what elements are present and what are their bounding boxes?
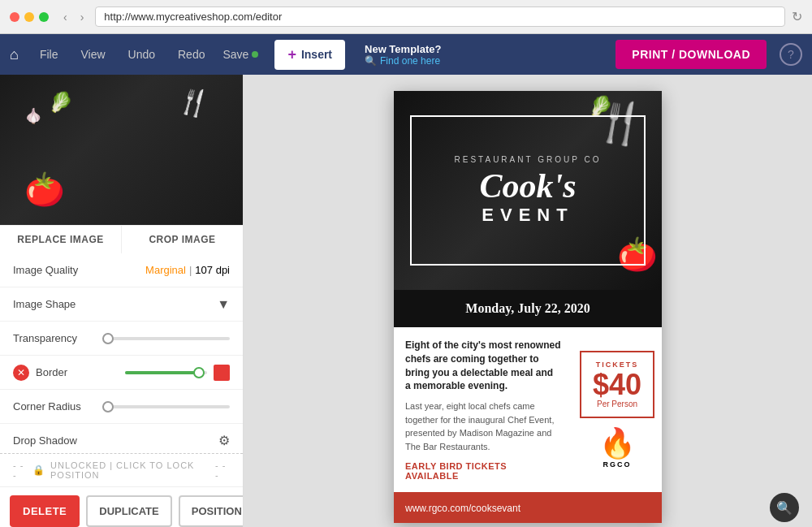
forward-button[interactable]: › — [76, 9, 89, 25]
action-buttons: DELETE DUPLICATE POSITION — [0, 486, 243, 527]
image-shape-dropdown[interactable]: ▼ — [217, 297, 230, 312]
flyer-desc: Last year, eight local chefs came togeth… — [405, 400, 561, 453]
insert-label: Insert — [301, 48, 332, 61]
new-template-promo: New Template? 🔍 Find one here — [365, 43, 441, 67]
flyer-company: RESTAURANT GROUP CO — [455, 155, 602, 164]
flyer-body-right: TICKETS $40 Per Person 🔥 RGCO — [572, 327, 662, 492]
corner-radius-track[interactable] — [102, 405, 230, 408]
drop-shadow-settings-icon[interactable]: ⚙ — [218, 433, 230, 448]
find-link-text: Find one here — [380, 55, 440, 67]
corner-radius-row: Corner Radius — [0, 390, 243, 424]
new-template-title: New Template? — [365, 43, 441, 55]
drop-shadow-label: Drop Shadow — [13, 434, 102, 447]
flyer-cta: EARLY BIRD TICKETS AVAILABLE — [405, 461, 561, 481]
url-prefix: http:// — [104, 11, 131, 23]
lock-label: UNLOCKED | CLICK TO LOCK POSITION — [50, 460, 210, 480]
flyer-body-left: Eight of the city's most renowned chefs … — [394, 327, 572, 492]
flyer-title-line2: EVENT — [455, 205, 602, 226]
tickets-per: Per Person — [593, 400, 641, 408]
border-thumb[interactable] — [193, 367, 205, 378]
image-quality-dpi: 107 dpi — [195, 264, 230, 276]
ticket-box: TICKETS $40 Per Person — [580, 351, 654, 418]
image-shape-label: Image Shape — [13, 298, 102, 310]
main-toolbar: ⌂ File View Undo Redo Save + Insert New … — [0, 34, 812, 75]
position-button[interactable]: POSITION — [179, 495, 244, 527]
file-menu[interactable]: File — [32, 43, 67, 66]
print-download-button[interactable]: PRINT / DOWNLOAD — [615, 40, 767, 69]
transparency-slider[interactable] — [102, 337, 230, 340]
garlic-decoration: 🧄 — [24, 107, 42, 125]
tickets-price: $40 — [593, 370, 641, 400]
save-button[interactable]: Save — [219, 43, 261, 66]
transparency-row: Transparency — [0, 322, 243, 356]
delete-button[interactable]: DELETE — [10, 495, 80, 527]
save-indicator — [252, 51, 258, 58]
lock-icon: 🔒 — [32, 464, 45, 476]
image-shape-row: Image Shape ▼ — [0, 287, 243, 322]
hero-tomatoes-icon: 🍅 — [617, 235, 658, 274]
transparency-track[interactable] — [102, 337, 230, 340]
fork-decoration: 🍴 — [175, 83, 214, 121]
url-text: www.mycreativeshop.com/editor — [131, 11, 282, 23]
flyer-footer: www.rgco.com/cooksevant — [394, 492, 662, 523]
image-preview: 🥬 🍴 🧄 🍅 — [0, 75, 243, 225]
greens-decoration: 🥬 — [49, 91, 73, 114]
corner-radius-slider[interactable] — [102, 405, 230, 408]
flyer-body: Eight of the city's most renowned chefs … — [394, 327, 662, 492]
crop-image-button[interactable]: CROP IMAGE — [122, 226, 243, 253]
browser-nav: ‹ › — [58, 9, 89, 25]
duplicate-button[interactable]: DUPLICATE — [86, 495, 171, 527]
drop-shadow-row: Drop Shadow ⚙ — [0, 424, 243, 453]
border-slider[interactable] — [125, 371, 207, 374]
flyer-url: www.rgco.com/cooksevant — [405, 503, 520, 514]
tomatoes-decoration: 🍅 — [24, 171, 65, 209]
browser-chrome: ‹ › http://www.mycreativeshop.com/editor… — [0, 0, 812, 34]
properties-panel: Image Quality Marginal | 107 dpi Image S… — [0, 253, 243, 453]
hero-content: RESTAURANT GROUP CO Cook's EVENT — [438, 139, 618, 242]
border-track[interactable] — [125, 371, 207, 374]
zoom-button[interactable]: 🔍 — [770, 493, 799, 522]
flyer-logo-text: RGCO — [580, 460, 654, 469]
view-menu[interactable]: View — [72, 43, 113, 66]
redo-button[interactable]: Redo — [170, 43, 213, 66]
border-toggle-button[interactable]: ✕ — [13, 365, 29, 381]
logo-flame-icon: 🔥 — [580, 426, 654, 460]
corner-radius-thumb[interactable] — [102, 401, 114, 413]
search-icon: 🔍 — [365, 55, 377, 67]
image-quality-value: Marginal — [145, 264, 186, 276]
flyer-title-line1: Cook's — [455, 169, 602, 203]
flyer-date-bar: Monday, July 22, 2020 — [394, 290, 662, 327]
flyer: 🍴 🍅 🥬 RESTAURANT GROUP CO Cook's EVENT M… — [394, 91, 662, 523]
corner-radius-label: Corner Radius — [13, 400, 102, 413]
border-fill — [125, 371, 195, 374]
flyer-date: Monday, July 22, 2020 — [465, 301, 590, 315]
close-dot[interactable] — [10, 12, 19, 22]
maximize-dot[interactable] — [39, 12, 49, 22]
image-actions: REPLACE IMAGE CROP IMAGE — [0, 225, 243, 253]
image-quality-label: Image Quality — [13, 264, 102, 276]
help-button[interactable]: ? — [780, 43, 802, 66]
address-bar[interactable]: http://www.mycreativeshop.com/editor — [95, 6, 785, 27]
home-button[interactable]: ⌂ — [10, 46, 19, 63]
new-template-link[interactable]: 🔍 Find one here — [365, 55, 441, 67]
left-panel: 🥬 🍴 🧄 🍅 REPLACE IMAGE CROP IMAGE Image Q… — [0, 75, 244, 527]
back-button[interactable]: ‹ — [58, 9, 72, 25]
main-layout: 🥬 🍴 🧄 🍅 REPLACE IMAGE CROP IMAGE Image Q… — [0, 75, 812, 527]
hero-greens-icon: 🥬 — [589, 95, 613, 118]
border-color-picker[interactable] — [214, 365, 230, 381]
refresh-button[interactable]: ↻ — [792, 9, 802, 24]
border-row: ✕ Border — [0, 356, 243, 390]
flyer-desc-bold: Eight of the city's most renowned chefs … — [405, 339, 561, 393]
insert-plus-icon: + — [287, 46, 296, 63]
undo-button[interactable]: Undo — [120, 43, 163, 66]
flyer-hero[interactable]: 🍴 🍅 🥬 RESTAURANT GROUP CO Cook's EVENT — [394, 91, 662, 290]
transparency-thumb[interactable] — [102, 333, 114, 344]
replace-image-button[interactable]: REPLACE IMAGE — [0, 226, 122, 253]
minimize-dot[interactable] — [24, 12, 34, 22]
border-label: Border — [36, 366, 125, 378]
image-quality-row: Image Quality Marginal | 107 dpi — [0, 253, 243, 287]
insert-button[interactable]: + Insert — [274, 40, 345, 70]
canvas-area: 🍴 🍅 🥬 RESTAURANT GROUP CO Cook's EVENT M… — [244, 75, 812, 527]
lock-position-bar[interactable]: - - - 🔒 UNLOCKED | CLICK TO LOCK POSITIO… — [0, 453, 243, 486]
transparency-label: Transparency — [13, 332, 102, 344]
